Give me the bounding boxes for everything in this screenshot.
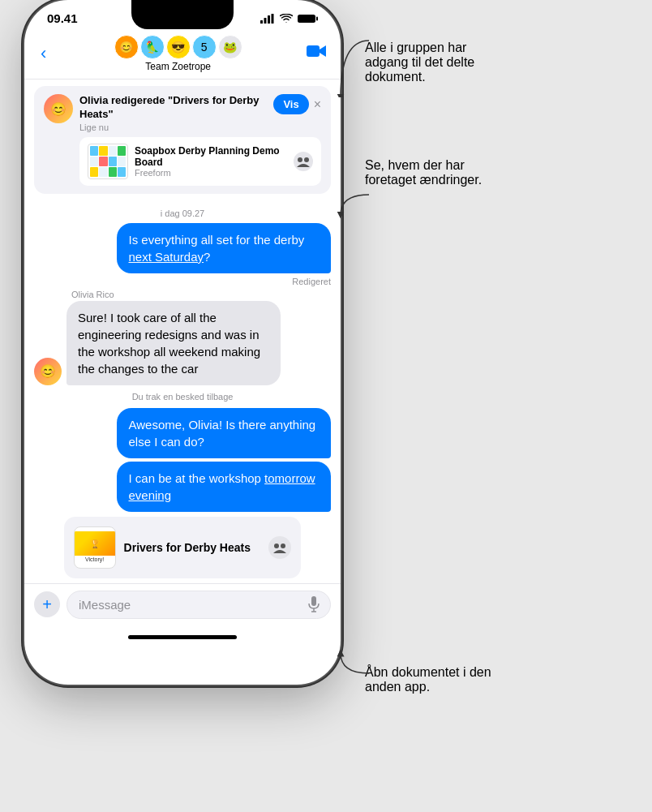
notif-card-title: Soapbox Derby Planning Demo Board [135,145,287,168]
svg-rect-4 [298,15,315,23]
message-row-sent-2: Awesome, Olivia! Is there anything else … [34,408,331,458]
wifi-icon [280,14,293,24]
svg-rect-11 [311,596,316,606]
notif-avatar: 😊 [44,94,73,123]
notif-card-sub: Freeform [135,168,287,178]
vis-button[interactable]: Vis [273,94,308,114]
freeform-thumbnail [88,144,128,179]
svg-point-9 [274,543,279,548]
notif-content: Olivia redigerede "Drivers for Derby Hea… [79,94,321,186]
notif-card[interactable]: Soapbox Derby Planning Demo Board Freefo… [79,137,321,186]
svg-rect-3 [272,14,274,24]
annotation-2: Se, hvem der har foretaget ændringer. [365,158,503,187]
svg-rect-0 [260,20,263,24]
message-row-sent-3: I can be at the workshop tomorrow evenin… [34,462,331,512]
page-wrapper: 09.41 [0,0,652,812]
nav-header: ‹ 😊 🦜 😎 5 🐸 Team Zoetrope [24,32,341,79]
notif-title: Olivia redigerede "Drivers for Derby Hea… [79,94,270,122]
annotation-1: Alle i gruppen har adgang til det delte … [365,41,503,84]
link-next-saturday[interactable]: next Saturday [128,250,204,264]
doc-title: Drivers for Derby Heats [124,541,261,554]
back-button[interactable]: ‹ [37,40,49,67]
svg-rect-6 [307,45,320,57]
status-icons [260,14,318,24]
avatar-2: 🦜 [140,35,165,59]
notif-time: Lige nu [79,122,270,132]
notif-actions: Vis × [273,94,321,114]
messages-area: i dag 09.27 Is everything all set for th… [24,200,341,583]
message-input[interactable]: iMessage [66,591,331,619]
mic-icon [307,596,320,612]
add-attachment-button[interactable]: + [34,591,60,617]
avatar-3: 😎 [166,35,191,59]
avatar-badge: 5 [192,35,217,59]
message-bubble-received-1: Sure! I took care of all the engineering… [66,301,281,385]
notification-banner: 😊 Olivia redigerede "Drivers for Derby H… [34,86,331,194]
video-call-button[interactable] [307,43,328,64]
doc-card[interactable]: 🏆 Victory! Drivers for Derby Heats [64,517,302,578]
svg-point-7 [298,157,302,162]
message-bubble-sent-2: Awesome, Olivia! Is there anything else … [117,408,331,458]
notif-card-info: Soapbox Derby Planning Demo Board Freefo… [135,145,287,178]
notch [131,0,234,29]
avatar-1: 😊 [114,35,139,59]
nav-center: 😊 🦜 😎 5 🐸 Team Zoetrope [114,35,242,72]
phone-frame: 09.41 [24,0,341,685]
svg-rect-5 [316,16,318,20]
message-bubble-sent-3: I can be at the workshop tomorrow evenin… [117,462,331,512]
svg-point-10 [281,543,285,548]
group-avatars: 😊 🦜 😎 5 🐸 [114,35,242,59]
message-row-sent-1: Is everything all set for the derby next… [34,223,331,273]
shared-doc-icon [294,152,313,171]
signal-icon [260,14,275,24]
edited-label: Redigeret [34,277,331,286]
annotation-3: Åbn dokumentet i den anden app. [365,665,503,694]
arrow-2 [332,170,373,219]
message-bubble-sent-1: Is everything all set for the derby next… [117,223,331,273]
derby-thumbnail: 🏆 Victory! [74,526,116,569]
svg-rect-1 [264,18,267,24]
input-bar: + iMessage [24,583,341,629]
notif-close-button[interactable]: × [314,97,321,112]
arrow-1 [332,32,373,97]
status-time: 09.41 [47,11,78,25]
timestamp-label: i dag 09.27 [34,208,331,218]
link-tomorrow-evening[interactable]: tomorrow evening [128,471,315,502]
message-row-received-1: 😊 Sure! I took care of all the engineeri… [34,301,331,385]
avatar-4: 🐸 [218,35,242,59]
olivia-avatar: 😊 [34,358,62,385]
message-placeholder: iMessage [79,598,131,612]
status-bar: 09.41 [24,0,341,32]
retracted-label: Du trak en besked tilbage [34,392,331,402]
svg-rect-2 [268,15,270,24]
battery-icon [298,14,318,24]
svg-point-8 [304,157,309,162]
doc-share-icon [268,536,291,559]
doc-info: Drivers for Derby Heats [124,541,261,554]
arrow-3 [332,649,373,698]
sender-name-olivia: Olivia Rico [71,290,331,299]
annotations-panel: Alle i gruppen har adgang til det delte … [357,0,652,812]
group-name[interactable]: Team Zoetrope [145,61,211,72]
home-indicator [128,635,237,639]
